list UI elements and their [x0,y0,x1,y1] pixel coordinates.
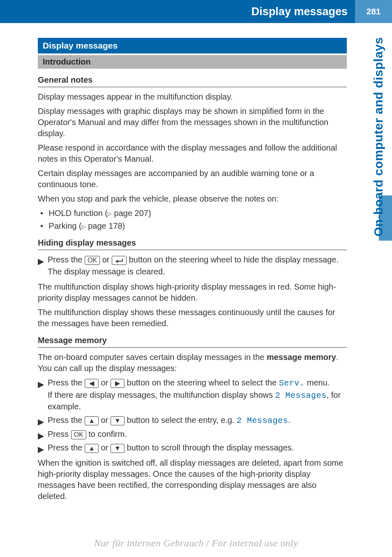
step-triangle-icon: ▶ [38,430,44,441]
step-triangle-icon: ▶ [38,256,44,267]
text: The display message is cleared. [48,266,347,277]
up-key-icon: ▲ [85,416,99,425]
triangle-ref-icon: ▷ [82,223,86,230]
right-key-icon: ▶ [111,379,125,388]
text: If there are display messages, the multi… [48,390,347,412]
header-title-wrap: Display messages [0,0,355,23]
text: page 178) [86,221,125,230]
text: or [101,415,111,425]
text: button on the steering wheel to hide the… [129,255,339,264]
paragraph: The multifunction display shows these me… [38,307,347,329]
text: HOLD function ( [49,209,108,218]
side-tab: On-board computer and displays [362,25,392,251]
back-key-icon [112,256,127,265]
display-text: Serv. [279,378,305,388]
text: Press [48,429,71,439]
text: button to scroll through the display mes… [127,443,294,452]
heading-general-notes: General notes [38,74,347,87]
paragraph: The on-board computer saves certain disp… [38,352,347,374]
triangle-ref-icon: ▷ [108,211,112,217]
content: Display messages Introduction General no… [0,23,392,502]
display-text: 2 Messages [275,391,327,400]
paragraph: Display messages appear in the multifunc… [38,91,347,102]
step-list: ▶ Press the ◀ or ▶ button on the steerin… [38,377,347,453]
text-strong: message memory [267,353,336,362]
paragraph: Please respond in accordance with the di… [38,142,347,165]
text: page 207) [112,209,151,218]
step-triangle-icon: ▶ [38,416,44,427]
heading-hiding: Hiding display messages [38,237,347,250]
side-tab-label: On-board computer and displays [371,37,385,237]
text: or [102,255,112,264]
list-item: HOLD function (▷ page 207) [40,208,347,219]
section-heading-main: Display messages [38,38,347,53]
step-list: ▶ Press the OK or button on the steering… [38,254,347,277]
text: Press the [48,443,85,452]
down-key-icon: ▼ [111,444,125,453]
list-item: ▶ Press the ◀ or ▶ button on the steerin… [38,377,347,412]
up-key-icon: ▲ [85,444,99,453]
ok-key-icon: OK [85,256,100,265]
text: button to select the entry, e.g. [127,415,237,425]
down-key-icon: ▼ [111,416,125,425]
page-number: 281 [366,7,380,16]
text: If there are display messages, the multi… [48,390,275,399]
paragraph: When you stop and park the vehicle, plea… [38,193,347,204]
list-item: Parking (▷ page 178) [40,220,347,232]
header-page-wrap: 281 [355,0,392,23]
paragraph: The multifunction display shows high-pri… [38,281,347,304]
list-item: ▶ Press the ▲ or ▼ button to select the … [38,415,347,426]
list-item: ▶ Press OK to confirm. [38,429,347,440]
text: . [288,415,291,425]
text: to confirm. [88,429,127,439]
left-key-icon: ◀ [85,379,99,388]
ok-key-icon: OK [71,430,86,439]
watermark: Nur für internen Gebrauch / For internal… [0,538,392,549]
page: Display messages 281 On-board computer a… [0,0,392,557]
text: Parking ( [49,221,82,230]
text: Press the [48,415,85,425]
header-title: Display messages [251,5,348,18]
display-text: 2 Messages [237,416,288,425]
heading-memory: Message memory [38,335,347,348]
text: menu. [304,378,330,387]
paragraph: Certain display messages are accompanied… [38,168,347,190]
text: The on-board computer saves certain disp… [38,353,267,362]
text: button on the steering wheel to select t… [127,378,279,387]
step-triangle-icon: ▶ [38,444,44,455]
section-heading-sub: Introduction [38,55,347,69]
bullet-list: HOLD function (▷ page 207) Parking (▷ pa… [38,208,347,232]
header-bar: Display messages 281 [0,0,392,23]
list-item: ▶ Press the OK or button on the steering… [38,254,347,277]
paragraph: Display messages with graphic displays m… [38,106,347,139]
text: or [101,378,111,387]
text: or [101,443,111,452]
list-item: ▶ Press the ▲ or ▼ button to scroll thro… [38,442,347,453]
paragraph: When the ignition is switched off, all d… [38,457,347,502]
step-triangle-icon: ▶ [38,379,44,390]
text: Press the [48,255,85,264]
text: Press the [48,378,85,387]
